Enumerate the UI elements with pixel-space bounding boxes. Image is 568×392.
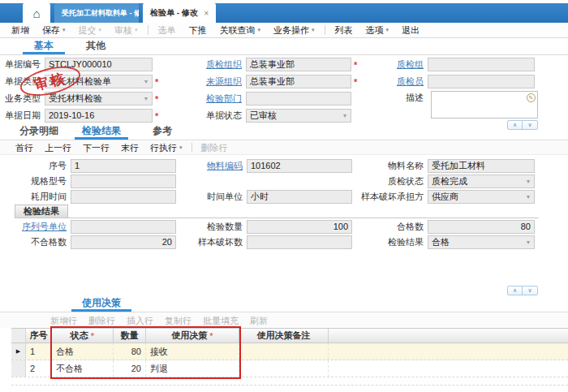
inspect-result-select[interactable]: 合格▼ [428, 235, 535, 249]
collapse-down-icon[interactable]: ∨ [523, 286, 537, 295]
qualified-qty-input[interactable]: 80 [428, 220, 535, 234]
spec-input[interactable] [71, 174, 176, 188]
list-button[interactable]: 列表 [329, 24, 359, 37]
material-code-link[interactable]: 物料编码 [195, 160, 247, 172]
column-header-status[interactable]: 状态* [52, 329, 114, 342]
tab-basic[interactable]: 基本 [23, 38, 65, 54]
time-unit-input[interactable]: 小时 [247, 190, 352, 204]
cell-qty[interactable]: 80 [114, 343, 146, 360]
save-button[interactable]: 保存▾ [36, 24, 72, 37]
new-button[interactable]: 新增 [5, 24, 36, 37]
select-caret-icon: ▼ [523, 192, 533, 202]
qc-group-input[interactable] [428, 58, 535, 71]
field-time-unit: 时间单位 小时 [195, 190, 352, 204]
window-tab-inspection-order[interactable]: 检验单 - 修改 × [143, 3, 216, 23]
column-header-note[interactable]: 使用决策备注 [239, 329, 329, 342]
column-header-filler [329, 329, 568, 342]
required-marker: * [209, 331, 213, 341]
tab-entry-detail[interactable]: 分录明细 [10, 123, 68, 140]
inspect-qty-input[interactable]: 100 [247, 220, 352, 234]
src-org-link[interactable]: 来源组织 [195, 75, 246, 88]
column-header-qty[interactable]: 数量 [114, 329, 146, 342]
cell-filler [329, 343, 568, 360]
options-button[interactable]: 选项▾ [359, 24, 396, 37]
decision-table: 序号 状态* 数量 使用决策* 使用决策备注 ▶ 1 合格 80 接收 2 不合… [11, 328, 568, 392]
window-tab-label: 受托加工材料取料单 - 修改 [62, 8, 139, 19]
cell-note[interactable] [239, 360, 329, 377]
inspect-dept-input[interactable] [246, 92, 351, 106]
tab-other[interactable]: 其他 [78, 38, 114, 54]
add-row-button: 新增行 [45, 315, 83, 327]
biz-type-select[interactable]: 受托材料检验▼ [45, 92, 153, 106]
serial-unit-link[interactable]: 序列号单位 [10, 221, 71, 233]
qc-org-input[interactable]: 总装事业部 [246, 58, 351, 71]
close-icon[interactable]: × [204, 8, 209, 18]
table-row[interactable]: ▶ 1 合格 80 接收 [11, 343, 568, 360]
description-textarea[interactable]: ✎ [431, 91, 538, 118]
cell-status[interactable]: 不合格 [52, 360, 114, 377]
audit-button: 审核▾ [108, 24, 144, 37]
cell-decision[interactable]: 接收 [146, 343, 239, 360]
row-selector-cell[interactable]: ▶ [11, 343, 26, 360]
qc-inspector-link[interactable]: 质检员 [369, 75, 428, 88]
cell-seq[interactable]: 1 [26, 343, 52, 360]
tab-inspect-result[interactable]: 检验结果 [75, 123, 128, 140]
sample-bearer-select[interactable]: 供应商▼ [428, 190, 535, 204]
field-label: 单据状态 [195, 110, 246, 122]
dropdown-caret-icon: ▾ [99, 27, 102, 33]
last-row-button[interactable]: 末行 [115, 142, 144, 154]
bill-date-input[interactable]: 2019-10-16 [45, 109, 153, 123]
field-label: 不合格数 [10, 236, 71, 248]
next-row-button[interactable]: 下一行 [77, 142, 115, 154]
decision-tab-strip: 使用决策 [0, 296, 568, 312]
push-down-button[interactable]: 下推 [183, 24, 213, 37]
tab-reference[interactable]: 参考 [144, 123, 180, 140]
seq-input[interactable]: 1 [71, 159, 176, 173]
field-bill-date: 单据日期 2019-10-16 * [1, 109, 158, 123]
material-name-input[interactable]: 受托加工材料 [428, 159, 535, 173]
exit-button[interactable]: 退出 [395, 24, 426, 37]
field-consume-time: 耗用时间 [24, 190, 176, 204]
select-caret-icon: ▼ [523, 237, 533, 248]
column-header-decision[interactable]: 使用决策* [146, 329, 239, 342]
unqualified-qty-input[interactable]: 20 [71, 235, 176, 249]
collapse-up-icon[interactable]: ∧ [508, 286, 523, 295]
inspect-dept-link[interactable]: 检验部门 [195, 93, 246, 105]
related-query-button[interactable]: 关联查询▾ [213, 24, 268, 37]
material-code-input[interactable]: 101602 [247, 159, 352, 173]
tab-usage-decision[interactable]: 使用决策 [71, 295, 131, 312]
required-marker: * [155, 111, 158, 121]
cell-status[interactable]: 合格 [52, 343, 114, 360]
field-qc-group: 质检组 [369, 58, 535, 71]
row-exec-button[interactable]: 行执行▾ [144, 142, 188, 154]
field-label: 描述 [369, 92, 428, 104]
qc-group-link[interactable]: 质检组 [369, 58, 428, 71]
consume-time-input[interactable] [71, 190, 176, 204]
cell-note[interactable] [239, 343, 329, 360]
expand-editor-icon[interactable]: ✎ [527, 93, 536, 102]
window-tab-bar: ⌂ 受托加工材料取料单 - 修改 检验单 - 修改 × [0, 3, 568, 23]
dropdown-caret-icon: ▾ [135, 27, 138, 33]
sample-damage-qty-input[interactable] [247, 235, 352, 249]
refresh-button: 刷新 [244, 315, 273, 327]
prev-row-button[interactable]: 上一行 [39, 142, 77, 154]
serial-unit-input[interactable] [71, 220, 176, 234]
bill-status-select[interactable]: 已审核▼ [246, 109, 351, 123]
cell-qty[interactable]: 20 [114, 360, 146, 377]
window-tab-label: 检验单 - 修改 [150, 7, 198, 19]
field-label: 时间单位 [195, 191, 247, 203]
qc-status-select[interactable]: 质检完成▼ [428, 174, 535, 188]
column-header-seq[interactable]: 序号 [26, 329, 52, 342]
business-operation-button[interactable]: 业务操作▾ [267, 24, 321, 37]
src-org-input[interactable]: 总装事业部 [246, 75, 351, 88]
cell-seq[interactable]: 2 [26, 360, 52, 377]
home-tab[interactable]: ⌂ [23, 3, 50, 23]
qc-org-link[interactable]: 质检组织 [195, 58, 246, 71]
table-row[interactable]: 2 不合格 20 判退 [11, 360, 568, 377]
qc-inspector-input[interactable] [428, 75, 535, 88]
first-row-button[interactable]: 首行 [10, 142, 39, 154]
field-label: 样本破坏数 [195, 236, 247, 248]
cell-decision[interactable]: 判退 [146, 360, 239, 377]
window-tab-material-requisition[interactable]: 受托加工材料取料单 - 修改 [54, 3, 139, 23]
row-selector-cell[interactable] [11, 360, 26, 377]
